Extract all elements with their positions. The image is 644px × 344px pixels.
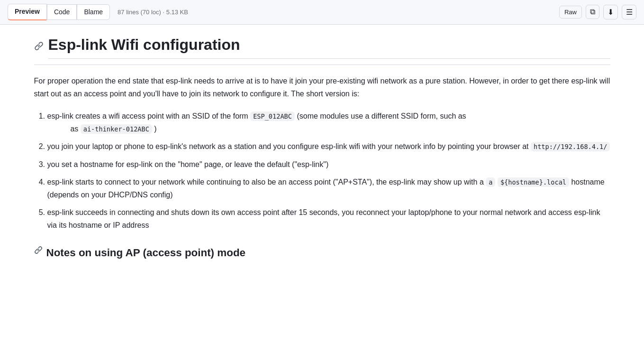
tab-blame[interactable]: Blame	[77, 4, 110, 20]
list-item: you set a hostname for esp-link on the "…	[47, 158, 610, 171]
link-icon	[34, 41, 44, 51]
step4-text-before: esp-link starts to connect to your netwo…	[47, 178, 486, 186]
anchor-link[interactable]	[34, 41, 44, 53]
raw-button[interactable]: Raw	[559, 6, 582, 19]
steps-list: esp-link creates a wifi access point wit…	[47, 110, 610, 232]
step1-text-end: )	[154, 125, 156, 133]
section-anchor-link[interactable]	[34, 246, 43, 257]
section-title: Notes on using AP (access point) mode	[46, 247, 246, 259]
menu-button[interactable]: ☰	[622, 5, 636, 19]
step1-code2: ai-thinker-012ABC	[81, 124, 152, 134]
toolbar: Preview Code Blame 87 lines (70 loc) · 5…	[0, 0, 644, 25]
main-content: Esp-link Wifi configuration For proper o…	[19, 25, 626, 279]
menu-icon: ☰	[626, 8, 632, 17]
page-title: Esp-link Wifi configuration	[48, 36, 610, 59]
step2-code: http://192.168.4.1/	[531, 142, 610, 151]
section-heading-wrapper: Notes on using AP (access point) mode	[34, 243, 610, 259]
file-info: 87 lines (70 loc) · 5.13 KB	[118, 9, 559, 16]
step2-text: you join your laptop or phone to esp-lin…	[47, 142, 531, 150]
list-item: esp-link succeeds in connecting and shut…	[47, 206, 610, 232]
tab-preview[interactable]: Preview	[8, 4, 47, 20]
toolbar-actions: Raw ⧉ ⬇ ☰	[559, 5, 636, 19]
page-heading: Esp-link Wifi configuration	[34, 36, 610, 59]
step5-text: esp-link succeeds in connecting and shut…	[47, 208, 600, 229]
section-link-icon	[34, 246, 43, 254]
step1-code1: ESP_012ABC	[250, 112, 295, 121]
tab-code[interactable]: Code	[47, 4, 77, 20]
copy-icon: ⧉	[590, 8, 595, 16]
list-item: esp-link starts to connect to your netwo…	[47, 176, 610, 201]
step4-code1: a	[486, 177, 495, 187]
step1-text-before: esp-link creates a wifi access point wit…	[47, 112, 251, 120]
heading-divider	[34, 65, 610, 65]
list-item: you join your laptop or phone to esp-lin…	[47, 140, 610, 153]
download-icon: ⬇	[608, 8, 614, 17]
intro-paragraph: For proper operation the end state that …	[34, 74, 610, 100]
tabs-group: Preview Code Blame	[8, 4, 110, 20]
download-button[interactable]: ⬇	[603, 5, 618, 19]
copy-button[interactable]: ⧉	[586, 5, 599, 19]
list-item: esp-link creates a wifi access point wit…	[47, 110, 610, 135]
step4-code2: ${hostname}.local	[498, 177, 569, 187]
step3-text: you set a hostname for esp-link on the "…	[47, 160, 329, 168]
